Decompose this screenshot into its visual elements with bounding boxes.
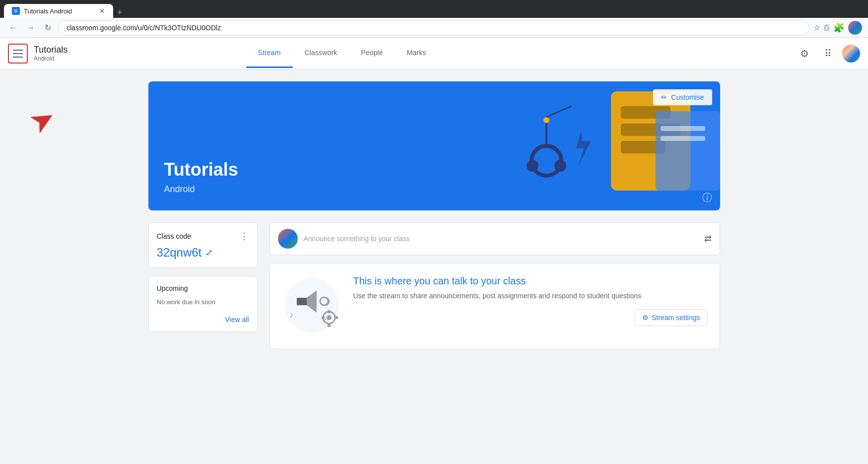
- main-nav: Stream Classwork People Marks: [246, 39, 438, 68]
- class-code-label: Class code: [157, 232, 191, 240]
- profile-icon[interactable]: [848, 21, 862, 35]
- svg-point-9: [554, 160, 566, 172]
- hero-subtitle: Android: [164, 184, 238, 195]
- svg-rect-4: [656, 111, 720, 191]
- class-code-value: 32qnw6t ⤢: [157, 246, 249, 260]
- bookmark-icon[interactable]: ☆: [813, 23, 820, 32]
- settings-icon: ⚙: [800, 48, 809, 60]
- extensions-icon[interactable]: 🧩: [833, 22, 844, 33]
- stream-info-desc: Use the stream to share announcements, p…: [353, 291, 708, 301]
- view-all-link[interactable]: View all: [157, 316, 249, 324]
- hero-title: Tutorials: [164, 159, 238, 180]
- new-tab-btn[interactable]: +: [113, 7, 127, 18]
- apps-button[interactable]: ⠿: [818, 44, 838, 64]
- forward-btn[interactable]: →: [24, 21, 38, 34]
- card-header: Class code ⋮: [157, 231, 249, 242]
- apps-icon: ⠿: [824, 48, 832, 60]
- tab-title: Tutorials Android: [24, 7, 72, 15]
- stream-info-content: This is where you can talk to your class…: [353, 275, 708, 326]
- svg-point-11: [543, 117, 549, 123]
- stream-illustration: ♪ ♩: [282, 275, 341, 337]
- tab-people[interactable]: People: [349, 39, 395, 68]
- browser-tab-bar: G Tutorials Android ✕ +: [0, 0, 868, 18]
- svg-point-8: [527, 160, 538, 172]
- tab-close-btn[interactable]: ✕: [99, 7, 105, 15]
- header-right: ⚙ ⠿: [795, 44, 860, 64]
- svg-rect-24: [335, 316, 338, 319]
- svg-point-7: [532, 146, 561, 176]
- refresh-btn[interactable]: ↻: [42, 21, 54, 34]
- class-code-menu-btn[interactable]: ⋮: [240, 231, 249, 242]
- pencil-icon: ✏: [661, 93, 667, 101]
- stream-settings-gear-icon: ⚙: [642, 314, 649, 322]
- url-input[interactable]: [58, 20, 809, 35]
- app-header: ➤ Tutorials Android Stream Classwork Peo…: [0, 38, 868, 69]
- right-col: Announce something to your class ⇄: [269, 222, 720, 349]
- address-bar-row: ← → ↻ ☆ ⎙ 🧩: [0, 18, 868, 38]
- content-grid: Class code ⋮ 32qnw6t ⤢ Upcoming No work …: [148, 222, 720, 349]
- main-content: Tutorials Android ✏ Customise ⓘ Class co…: [136, 69, 732, 361]
- expand-code-btn[interactable]: ⤢: [205, 247, 213, 258]
- announce-bar: Announce something to your class ⇄: [269, 222, 720, 255]
- hero-text: Tutorials Android: [164, 159, 238, 195]
- user-avatar[interactable]: [842, 45, 860, 63]
- settings-button[interactable]: ⚙: [795, 44, 814, 64]
- svg-rect-21: [328, 310, 331, 313]
- svg-rect-6: [661, 136, 705, 141]
- app-subtitle: Android: [34, 55, 67, 62]
- class-code-card: Class code ⋮ 32qnw6t ⤢: [148, 222, 258, 268]
- svg-marker-13: [576, 131, 591, 166]
- red-arrow-annotation: ➤: [23, 98, 62, 141]
- stream-settings-button[interactable]: ⚙ Stream settings: [635, 309, 707, 326]
- app-title: Tutorials: [34, 45, 67, 55]
- active-tab[interactable]: G Tutorials Android ✕: [4, 4, 113, 18]
- announce-avatar: [278, 229, 298, 249]
- app-title-block: Tutorials Android: [34, 45, 67, 62]
- sidebar-col: Class code ⋮ 32qnw6t ⤢ Upcoming No work …: [148, 222, 258, 349]
- browser-right-icons: 🧩: [833, 21, 862, 35]
- tab-classwork[interactable]: Classwork: [293, 39, 349, 68]
- svg-point-20: [327, 315, 332, 320]
- upcoming-card: Upcoming No work due in soon View all: [148, 276, 258, 332]
- no-work-text: No work due in soon: [157, 298, 249, 306]
- address-icons: ☆ ⎙: [813, 23, 829, 32]
- svg-text:♪: ♪: [289, 311, 293, 319]
- announce-placeholder[interactable]: Announce something to your class: [304, 235, 698, 243]
- share-icon[interactable]: ⎙: [824, 23, 829, 32]
- stream-info-title: This is where you can talk to your class: [353, 275, 708, 287]
- svg-line-12: [546, 106, 571, 117]
- svg-rect-22: [328, 324, 331, 327]
- tab-marks[interactable]: Marks: [395, 39, 438, 68]
- menu-line-1: [13, 50, 23, 51]
- svg-rect-15: [297, 298, 307, 305]
- tab-favicon: G: [12, 7, 20, 15]
- back-btn[interactable]: ←: [6, 21, 20, 34]
- menu-button[interactable]: [8, 44, 28, 64]
- menu-line-3: [13, 57, 23, 58]
- tab-stream[interactable]: Stream: [246, 39, 293, 68]
- svg-rect-23: [322, 316, 325, 319]
- customise-button[interactable]: ✏ Customise: [653, 89, 712, 105]
- svg-rect-5: [661, 126, 705, 131]
- upcoming-title: Upcoming: [157, 284, 249, 292]
- hero-banner: Tutorials Android ✏ Customise ⓘ: [148, 81, 720, 210]
- info-icon[interactable]: ⓘ: [702, 191, 712, 204]
- stream-info-card: ♪ ♩ This is where you can talk to your c…: [269, 263, 720, 349]
- menu-line-2: [13, 53, 23, 54]
- repeat-icon[interactable]: ⇄: [704, 233, 712, 244]
